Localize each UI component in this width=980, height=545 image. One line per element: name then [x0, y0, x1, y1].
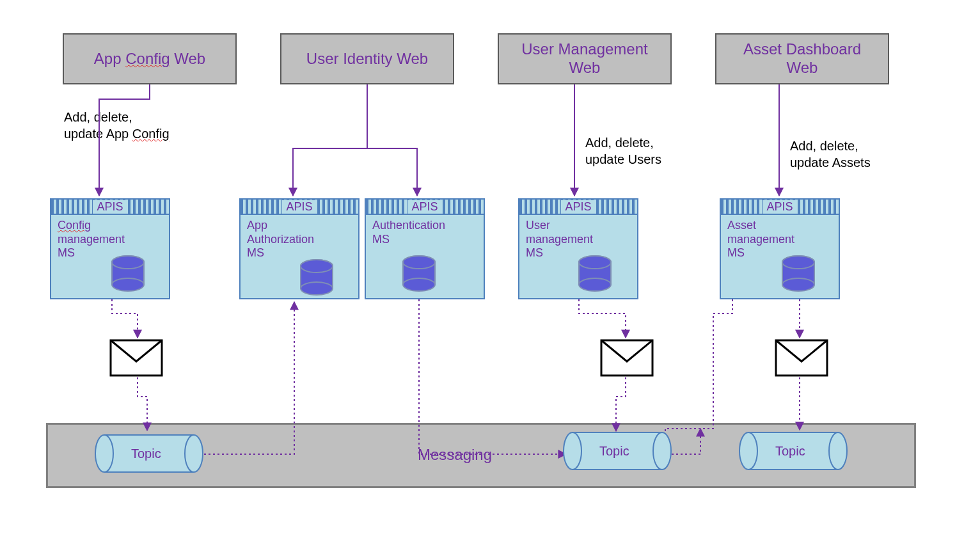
arrow	[293, 84, 367, 196]
ms-box-config: APIS Config management MS	[50, 198, 170, 299]
web-box-label: User Identity Web	[306, 50, 428, 68]
wavy-text: Config	[132, 127, 170, 141]
web-box-app-config: App Config Web	[63, 33, 237, 84]
web-box-user-mgmt: User Management Web	[498, 33, 672, 84]
ms-box-authz: APIS App Authorization MS	[239, 198, 360, 299]
envelope-icon	[601, 340, 652, 375]
ms-box-asset: APIS Asset management MS	[720, 198, 840, 299]
svg-rect-21	[601, 340, 652, 375]
dotted-arrow	[579, 299, 626, 338]
envelope-icon	[111, 340, 162, 375]
ms-header: APIS	[51, 200, 169, 215]
web-box-asset-dash: Asset Dashboard Web	[715, 33, 889, 84]
ms-box-authn: APIS Authentication MS	[365, 198, 485, 299]
ms-body: App Authorization MS	[241, 215, 358, 264]
web-box-user-identity: User Identity Web	[280, 33, 454, 84]
edge-label-assets: Add, delete, update Assets	[790, 138, 871, 171]
dotted-arrow	[112, 299, 138, 338]
ms-body: Config management MS	[51, 215, 169, 264]
edge-label-users: Add, delete, update Users	[585, 134, 661, 168]
web-box-label: App Config Web	[94, 50, 205, 68]
envelope-icon	[776, 340, 827, 375]
wavy-text: Config	[125, 50, 170, 67]
svg-rect-22	[776, 340, 827, 375]
ms-body: Authentication MS	[366, 215, 484, 250]
ms-box-user: APIS User management MS	[518, 198, 638, 299]
ms-header: APIS	[519, 200, 637, 215]
web-box-label: Asset Dashboard Web	[743, 40, 861, 77]
ms-header: APIS	[721, 200, 839, 215]
web-box-label: User Management Web	[521, 40, 647, 77]
arrow	[367, 84, 417, 196]
ms-header: APIS	[366, 200, 484, 215]
ms-body: User management MS	[519, 215, 637, 264]
ms-body: Asset management MS	[721, 215, 839, 264]
edge-label-app-config: Add, delete, update App Config	[64, 109, 170, 142]
svg-rect-20	[111, 340, 162, 375]
ms-header: APIS	[241, 200, 358, 215]
messaging-label: Messaging	[418, 446, 492, 464]
